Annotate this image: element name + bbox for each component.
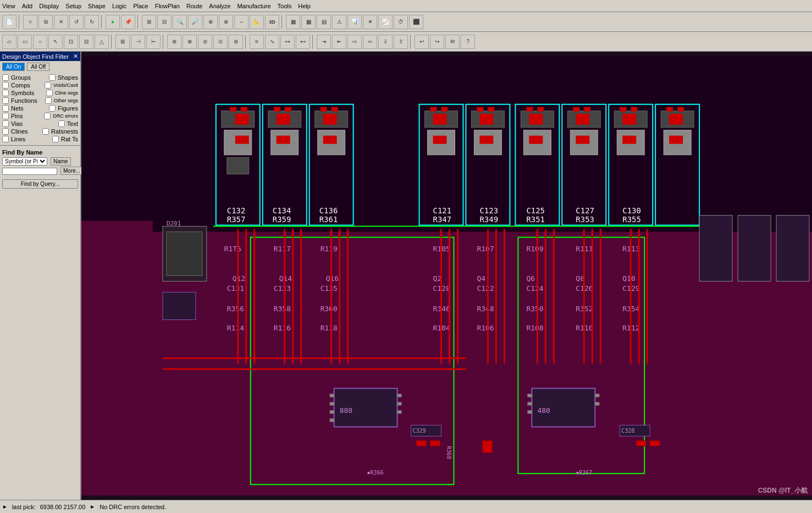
find-name-input[interactable] bbox=[2, 168, 57, 175]
tb2-4[interactable]: ↖ bbox=[48, 35, 63, 49]
chk-symbols[interactable] bbox=[2, 90, 9, 96]
tb-zoom-out[interactable]: 🔎 bbox=[188, 15, 202, 29]
chk-othersegs[interactable] bbox=[45, 97, 52, 104]
all-off-btn[interactable]: All Off bbox=[27, 63, 49, 71]
tb2-17[interactable]: ∿ bbox=[265, 35, 279, 49]
tb2-23[interactable]: ⇦ bbox=[363, 35, 377, 49]
tb-cancel[interactable]: ✕ bbox=[54, 15, 68, 29]
tb2-20[interactable]: ⇥ bbox=[317, 35, 331, 49]
tb2-10[interactable]: ⊢ bbox=[146, 35, 161, 49]
lbl-ratts: Rat Ts bbox=[61, 136, 78, 142]
menu-route[interactable]: Route bbox=[186, 3, 202, 9]
chk-voids[interactable] bbox=[45, 82, 51, 89]
tb2-13[interactable]: ⊘ bbox=[198, 35, 212, 49]
tb2-7[interactable]: △ bbox=[95, 35, 109, 49]
chk-drcerrors[interactable] bbox=[44, 113, 51, 119]
watermark: CSDN @IT_小航 bbox=[758, 486, 808, 495]
tb2-19[interactable]: ⊷ bbox=[296, 35, 310, 49]
tb2-6[interactable]: ⊟ bbox=[79, 35, 93, 49]
menu-setup[interactable]: Setup bbox=[65, 3, 81, 9]
tb2-27[interactable]: ↪ bbox=[430, 35, 444, 49]
tb2-26[interactable]: ↩ bbox=[415, 35, 429, 49]
chk-groups[interactable] bbox=[2, 74, 9, 81]
svg-marker-60 bbox=[622, 136, 636, 144]
menu-display[interactable]: Display bbox=[39, 3, 59, 9]
menu-tools[interactable]: Tools bbox=[278, 3, 292, 9]
tb2-14[interactable]: ⊙ bbox=[213, 35, 228, 49]
tb-undo[interactable]: ↺ bbox=[69, 15, 84, 29]
tb-new[interactable]: 📄 bbox=[2, 15, 16, 29]
tb2-sep-2 bbox=[163, 35, 165, 49]
panel-close-icon[interactable]: ✕ bbox=[73, 53, 78, 60]
tb2-9[interactable]: ⊣ bbox=[131, 35, 145, 49]
tb2-16[interactable]: ≡ bbox=[250, 35, 264, 49]
tb2-28[interactable]: ✉ bbox=[445, 35, 460, 49]
tb-zoom-in[interactable]: 🔍 bbox=[173, 15, 187, 29]
tb2-18[interactable]: ⊶ bbox=[280, 35, 295, 49]
tb2-24[interactable]: ⇩ bbox=[378, 35, 393, 49]
tb-grid2[interactable]: ⊟ bbox=[157, 15, 172, 29]
chk-clinesegs[interactable] bbox=[46, 90, 53, 96]
menu-shape[interactable]: Shape bbox=[88, 3, 106, 9]
tb2-21[interactable]: ⇤ bbox=[332, 35, 346, 49]
tb-drc[interactable]: ⚠ bbox=[332, 15, 346, 29]
tb-grid[interactable]: ⊞ bbox=[142, 15, 156, 29]
chk-functions[interactable] bbox=[2, 97, 9, 104]
tb2-11[interactable]: ⊕ bbox=[167, 35, 181, 49]
tb-sun[interactable]: ☀ bbox=[363, 15, 377, 29]
tb-zoom-fit[interactable]: ⊕ bbox=[203, 15, 218, 29]
tb2-15[interactable]: ⊚ bbox=[229, 35, 243, 49]
menu-manufacture[interactable]: Manufacture bbox=[237, 3, 270, 9]
tb2-1[interactable]: ▱ bbox=[2, 35, 16, 49]
chk-ratts[interactable] bbox=[52, 136, 59, 142]
tb-pan[interactable]: ↔ bbox=[234, 15, 248, 29]
tb-redo[interactable]: ↻ bbox=[85, 15, 99, 29]
chk-ratsnests[interactable] bbox=[42, 128, 49, 135]
query-btn[interactable]: Find by Query... bbox=[2, 179, 78, 189]
tb2-25[interactable]: ⇧ bbox=[394, 35, 408, 49]
tb2-12[interactable]: ⊗ bbox=[183, 35, 197, 49]
tb2-2[interactable]: ▭ bbox=[18, 35, 32, 49]
symbol-pin-select[interactable]: Symbol (or Pin) bbox=[2, 157, 47, 166]
menu-logic[interactable]: Logic bbox=[112, 3, 126, 9]
chk-comps[interactable] bbox=[2, 82, 9, 89]
tb-pin[interactable]: 📌 bbox=[121, 15, 135, 29]
tb-3d[interactable]: 3D bbox=[265, 15, 279, 29]
tb-stop[interactable]: ⬛ bbox=[409, 15, 423, 29]
chk-clines[interactable] bbox=[2, 128, 9, 135]
tb-colors[interactable]: ▩ bbox=[301, 15, 316, 29]
tb2-5[interactable]: ⊡ bbox=[64, 35, 78, 49]
tb2-29[interactable]: ? bbox=[461, 35, 475, 49]
tb-add-connect[interactable]: ● bbox=[106, 15, 120, 29]
chk-pins[interactable] bbox=[2, 113, 9, 119]
chk-figures[interactable] bbox=[49, 105, 56, 112]
tb2-3[interactable]: ○ bbox=[33, 35, 47, 49]
chk-nets[interactable] bbox=[2, 105, 9, 112]
pcb-canvas[interactable]: C132 C134 C136 C121 C123 C125 C127 C130 … bbox=[81, 52, 812, 500]
tb-report[interactable]: 📊 bbox=[347, 15, 362, 29]
menu-analyze[interactable]: Analyze bbox=[209, 3, 230, 9]
tb-copy[interactable]: ⧉ bbox=[38, 15, 53, 29]
menu-place[interactable]: Place bbox=[133, 3, 148, 9]
tb2-8[interactable]: ⊞ bbox=[115, 35, 130, 49]
tb-graph[interactable]: 📈 bbox=[378, 15, 393, 29]
svg-text:R347: R347 bbox=[433, 215, 452, 224]
more-btn[interactable]: More... bbox=[60, 167, 83, 175]
tb-measure[interactable]: 📐 bbox=[250, 15, 264, 29]
chk-lines[interactable] bbox=[2, 136, 9, 142]
menu-view[interactable]: View bbox=[2, 3, 15, 9]
chk-vias[interactable] bbox=[2, 120, 9, 127]
chk-text[interactable] bbox=[58, 120, 65, 127]
tb-zoom-prev[interactable]: ⊗ bbox=[219, 15, 233, 29]
chk-shapes[interactable] bbox=[49, 74, 56, 81]
tb2-22[interactable]: ⇨ bbox=[347, 35, 362, 49]
name-btn[interactable]: Name bbox=[51, 157, 71, 166]
all-on-btn[interactable]: All On bbox=[2, 63, 25, 71]
tb-color2[interactable]: ▤ bbox=[317, 15, 331, 29]
tb-select[interactable]: ⊹ bbox=[23, 15, 37, 29]
menu-flowplan[interactable]: FlowPlan bbox=[155, 3, 180, 9]
menu-help[interactable]: Help bbox=[298, 3, 311, 9]
tb-timer[interactable]: ⏱ bbox=[394, 15, 408, 29]
menu-add[interactable]: Add bbox=[22, 3, 33, 9]
tb-layers[interactable]: ▦ bbox=[286, 15, 300, 29]
